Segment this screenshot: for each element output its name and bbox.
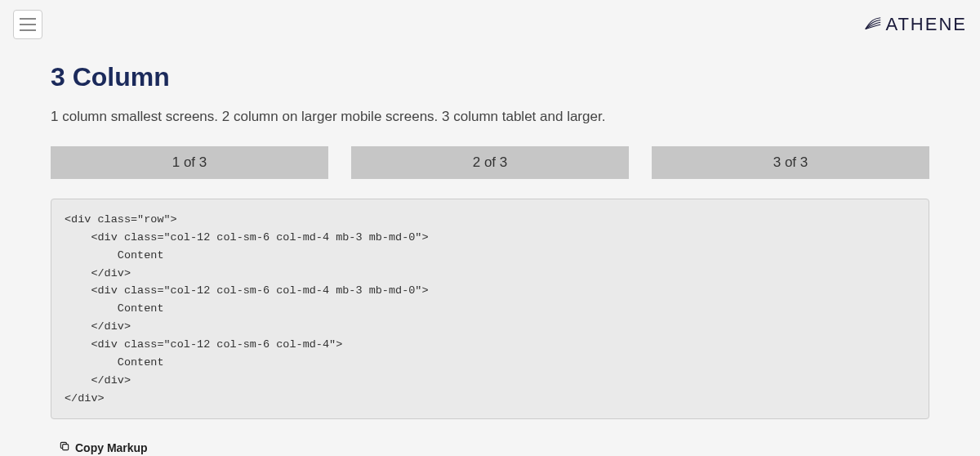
logo-mark-icon <box>864 16 882 34</box>
copy-icon <box>59 440 70 454</box>
example-row: 1 of 3 2 of 3 3 of 3 <box>51 146 929 179</box>
example-column-2: 2 of 3 <box>351 146 629 179</box>
logo: ATHENE <box>864 14 967 35</box>
copy-markup-button[interactable]: Copy Markup <box>57 437 149 456</box>
logo-text: ATHENE <box>885 14 967 35</box>
main-container: 3 Column 1 column smallest screens. 2 co… <box>0 49 980 456</box>
header: ATHENE <box>0 0 980 49</box>
svg-rect-0 <box>63 445 69 450</box>
example-column-3: 3 of 3 <box>652 146 929 179</box>
page-subtitle: 1 column smallest screens. 2 column on l… <box>51 109 929 125</box>
hamburger-menu-button[interactable] <box>13 10 42 39</box>
example-column-1: 1 of 3 <box>51 146 328 179</box>
page-title: 3 Column <box>51 62 929 92</box>
code-block: <div class="row"> <div class="col-12 col… <box>51 199 929 419</box>
copy-markup-label: Copy Markup <box>75 441 148 454</box>
